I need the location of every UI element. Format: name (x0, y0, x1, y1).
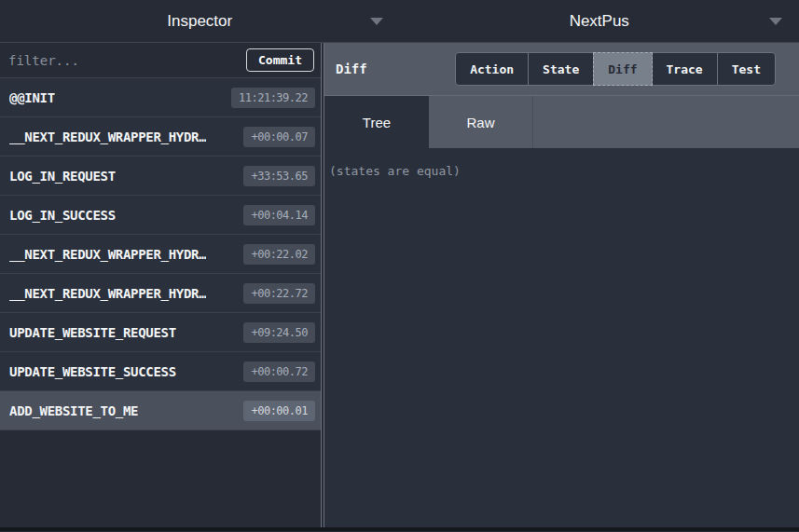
action-row-next-redux-wrapper-hydr[interactable]: __NEXT_REDUX_WRAPPER_HYDR… +00:00.07 (0, 117, 321, 157)
tab-trace[interactable]: Trace (652, 52, 718, 86)
action-row-add-website-to-me[interactable]: ADD_WEBSITE_TO_ME +00:00.01 (0, 391, 321, 430)
action-list-panel: Commit @@INIT 11:21:39.22 __NEXT_REDUX_W… (0, 43, 321, 527)
action-name: ADD_WEBSITE_TO_ME (9, 403, 138, 418)
action-row-init[interactable]: @@INIT 11:21:39.22 (0, 78, 321, 117)
diff-content: (states are equal) (324, 148, 799, 527)
redux-devtools-window: Inspector NextPus Commit @@INIT 11:21:39… (0, 0, 799, 532)
action-row-update-website-success[interactable]: UPDATE_WEBSITE_SUCCESS +00:00.72 (0, 352, 321, 391)
tab-action[interactable]: Action (455, 52, 529, 86)
monitor-select-label: Inspector (167, 12, 232, 31)
action-row-log-in-request[interactable]: LOG_IN_REQUEST +33:53.65 (0, 157, 321, 196)
action-row-next-redux-wrapper-hydr[interactable]: __NEXT_REDUX_WRAPPER_HYDR… +00:22.72 (0, 274, 321, 313)
action-name: LOG_IN_REQUEST (9, 169, 116, 184)
inspector-detail-panel: Diff Action State Diff Trace Test Tree R… (324, 43, 799, 527)
action-row-log-in-success[interactable]: LOG_IN_SUCCESS +00:04.14 (0, 196, 321, 235)
action-name: __NEXT_REDUX_WRAPPER_HYDR… (9, 130, 206, 144)
action-timestamp-badge: +33:53.65 (243, 166, 315, 186)
detail-tabs: Action State Diff Trace Test (455, 52, 776, 86)
tab-state[interactable]: State (528, 52, 594, 86)
instance-select[interactable]: NextPus (400, 0, 799, 42)
filter-input[interactable] (8, 53, 246, 68)
instance-select-label: NextPus (570, 12, 629, 31)
action-row-next-redux-wrapper-hydr[interactable]: __NEXT_REDUX_WRAPPER_HYDR… +00:22.02 (0, 235, 321, 274)
diff-view-tabs: Tree Raw (324, 95, 799, 148)
tab-test[interactable]: Test (717, 52, 776, 86)
action-name: UPDATE_WEBSITE_REQUEST (9, 325, 176, 340)
view-tab-raw[interactable]: Raw (429, 96, 533, 148)
action-timestamp-badge: +00:00.01 (243, 401, 315, 421)
action-timestamp-badge: +00:22.02 (243, 244, 315, 265)
chevron-down-icon (370, 18, 383, 25)
detail-header: Diff Action State Diff Trace Test (324, 43, 799, 95)
action-name: @@INIT (9, 90, 55, 105)
commit-button[interactable]: Commit (246, 48, 314, 72)
action-name: __NEXT_REDUX_WRAPPER_HYDR… (9, 286, 206, 301)
main-split: Commit @@INIT 11:21:39.22 __NEXT_REDUX_W… (0, 43, 799, 527)
topbar: Inspector NextPus (0, 0, 799, 43)
action-timestamp-badge: +00:22.72 (243, 283, 315, 304)
filter-row: Commit (0, 43, 321, 78)
action-row-update-website-request[interactable]: UPDATE_WEBSITE_REQUEST +09:24.50 (0, 313, 321, 352)
view-tab-tree[interactable]: Tree (324, 96, 429, 148)
window-bottom-edge (0, 527, 799, 531)
action-list: @@INIT 11:21:39.22 __NEXT_REDUX_WRAPPER_… (0, 78, 321, 527)
monitor-select[interactable]: Inspector (0, 0, 400, 42)
action-name: UPDATE_WEBSITE_SUCCESS (9, 364, 176, 379)
action-name: __NEXT_REDUX_WRAPPER_HYDR… (9, 247, 206, 262)
action-timestamp-badge: +00:00.07 (243, 127, 315, 147)
section-title: Diff (336, 61, 367, 76)
tab-diff[interactable]: Diff (593, 52, 652, 86)
chevron-down-icon (769, 18, 782, 25)
action-timestamp-badge: +00:04.14 (243, 205, 315, 225)
action-timestamp-badge: +09:24.50 (243, 322, 315, 343)
action-timestamp-badge: 11:21:39.22 (231, 88, 315, 108)
action-timestamp-badge: +00:00.72 (243, 361, 315, 382)
states-equal-message: (states are equal) (329, 164, 461, 178)
action-name: LOG_IN_SUCCESS (9, 208, 116, 223)
